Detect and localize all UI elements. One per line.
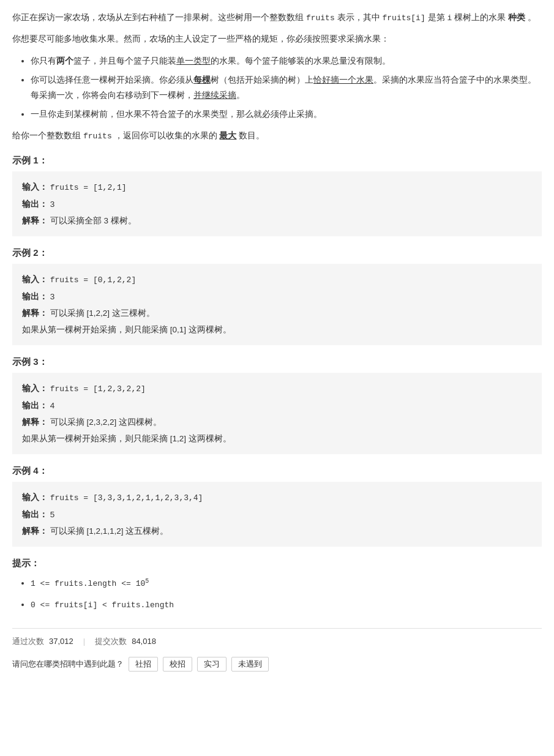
- rule1-text3: 的水果。每个篮子能够装的水果总量没有限制。: [211, 56, 391, 65]
- example-1-output: 输出： 3: [22, 196, 532, 212]
- example-1-explain: 解释： 可以采摘全部 3 棵树。: [22, 212, 532, 229]
- conclusion-paragraph: 给你一个整数数组 fruits ，返回你可以收集的水果的 最大 数目。: [12, 128, 542, 143]
- pass-label: 通过次数: [12, 636, 44, 647]
- example-3-output: 输出： 4: [22, 397, 532, 414]
- example-4-explain-label: 解释：: [22, 526, 48, 536]
- tag-btn-shezha[interactable]: 社招: [129, 657, 158, 672]
- tag-question: 请问您在哪类招聘中遇到此题？: [12, 659, 124, 670]
- rule2-text1: 你可以选择任意一棵树开始采摘。你必须从: [31, 75, 193, 84]
- submit-label: 提交次数: [95, 636, 127, 647]
- example-1-explain-text: 可以采摘全部 3 棵树。: [50, 216, 137, 225]
- example-3-explain-line2-text: 如果从第一棵树开始采摘，则只能采摘 [1,2] 这两棵树。: [22, 434, 231, 443]
- example-1-output-label: 输出：: [22, 200, 48, 209]
- intro-text-2: 表示，其中: [337, 12, 380, 22]
- example-1-input-code: fruits = [1,2,1]: [50, 183, 127, 192]
- example-4-input: 输入： fruits = [3,3,3,1,2,1,1,2,3,3,4]: [22, 489, 532, 506]
- rule2-underline2: 恰好摘一个水果: [313, 75, 373, 84]
- example-2-explain: 解释： 可以采摘 [1,2,2] 这三棵树。: [22, 305, 532, 321]
- example-3-explain: 解释： 可以采摘 [2,3,2,2] 这四棵树。: [22, 414, 532, 430]
- example-2-explain-line1: 可以采摘 [1,2,2] 这三棵树。: [50, 309, 155, 318]
- example-3-explain-label: 解释：: [22, 417, 48, 427]
- example-4-input-code: fruits = [3,3,3,1,2,1,1,2,3,3,4]: [50, 493, 203, 503]
- rule2-underline1: 每棵: [193, 75, 211, 84]
- example-2-input-label: 输入：: [22, 275, 48, 284]
- intro-text-5: 。: [528, 12, 536, 22]
- example-2-output-value: 3: [50, 292, 55, 301]
- rule2-underline3: 并继续采摘: [193, 90, 236, 100]
- rules-list: 你只有两个篮子，并且每个篮子只能装单一类型的水果。每个篮子能够装的水果总量没有限…: [31, 53, 542, 122]
- example-1-input: 输入： fruits = [1,2,1]: [22, 179, 532, 196]
- hint-2-code: 0 <= fruits[i] < fruits.length: [31, 601, 174, 610]
- goal-paragraph: 你想要尽可能多地收集水果。然而，农场的主人设定了一些严格的规矩，你必须按照要求采…: [12, 31, 542, 47]
- hints-title: 提示：: [12, 558, 542, 569]
- rule1-text2: 篮子，并且每个篮子只能装: [73, 56, 176, 65]
- example-2-box: 输入： fruits = [0,1,2,2] 输出： 3 解释： 可以采摘 [1…: [12, 264, 542, 345]
- example-2-output-label: 输出：: [22, 292, 48, 301]
- tag-btn-shixi[interactable]: 实习: [197, 657, 226, 672]
- submit-value: 84,018: [132, 637, 156, 646]
- intro-paragraph: 你正在探访一家农场，农场从左到右种植了一排果树。这些树用一个整数数组 fruit…: [12, 10, 542, 25]
- example-1-box: 输入： fruits = [1,2,1] 输出： 3 解释： 可以采摘全部 3 …: [12, 171, 542, 236]
- example-2-input: 输入： fruits = [0,1,2,2]: [22, 271, 532, 288]
- example-3-input-code: fruits = [1,2,3,2,2]: [50, 384, 146, 394]
- rule1-text1: 你只有: [31, 56, 56, 65]
- intro-text-3: 是第: [428, 12, 445, 22]
- rule2-text2: 树（包括开始采摘的树）上: [211, 75, 313, 84]
- example-2-explain-line2: 如果从第一棵树开始采摘，则只能采摘 [0,1] 这两棵树。: [22, 321, 532, 338]
- rule1-bold1: 两个: [56, 56, 73, 65]
- fruits-var-2: fruits: [83, 132, 112, 141]
- hints-list: 1 <= fruits.length <= 105 0 <= fruits[i]…: [31, 574, 542, 613]
- example-1-explain-label: 解释：: [22, 216, 48, 225]
- pass-value: 37,012: [49, 637, 73, 646]
- example-3-input-label: 输入：: [22, 384, 48, 393]
- example-4-explain: 解释： 可以采摘 [1,2,1,1,2] 这五棵树。: [22, 523, 532, 539]
- fruits-i-var: fruits[i]: [382, 13, 425, 23]
- example-3-explain-line1: 可以采摘 [2,3,2,2] 这四棵树。: [50, 417, 162, 427]
- conclusion-text-3: 数目。: [239, 130, 264, 140]
- example-1-title: 示例 1：: [12, 155, 542, 167]
- rule-2: 你可以选择任意一棵树开始采摘。你必须从每棵树（包括开始采摘的树）上恰好摘一个水果…: [31, 72, 542, 103]
- example-2-input-code: fruits = [0,1,2,2]: [50, 275, 136, 285]
- problem-description: 你正在探访一家农场，农场从左到右种植了一排果树。这些树用一个整数数组 fruit…: [12, 10, 542, 144]
- example-3-output-value: 4: [50, 401, 55, 410]
- example-4-output-label: 输出：: [22, 510, 48, 519]
- example-3-output-label: 输出：: [22, 401, 48, 410]
- stats-bar: 通过次数 37,012 | 提交次数 84,018: [12, 628, 542, 647]
- hint-1-code: 1 <= fruits.length <= 105: [31, 579, 149, 588]
- example-2-title: 示例 2：: [12, 247, 542, 259]
- rule2-text4: 。: [236, 90, 245, 100]
- intro-text-4: 棵树上的水果: [454, 12, 506, 22]
- tag-section: 请问您在哪类招聘中遇到此题？ 社招 校招 实习 未遇到: [12, 657, 542, 672]
- example-4-output: 输出： 5: [22, 506, 532, 523]
- example-2-explain-line2-text: 如果从第一棵树开始采摘，则只能采摘 [0,1] 这两棵树。: [22, 325, 231, 334]
- hint-item-2: 0 <= fruits[i] < fruits.length: [31, 596, 542, 613]
- example-4-input-label: 输入：: [22, 493, 48, 502]
- example-4-explain-text: 可以采摘 [1,2,1,1,2] 这五棵树。: [50, 526, 169, 536]
- example-2-explain-label: 解释：: [22, 309, 48, 318]
- fruits-var-1: fruits: [306, 13, 335, 23]
- rule1-underline1: 单一类型: [176, 56, 211, 65]
- hint-item-1: 1 <= fruits.length <= 105: [31, 574, 542, 592]
- conclusion-text-2: ，返回你可以收集的水果的: [114, 130, 217, 140]
- type-text: 种类: [508, 12, 525, 22]
- intro-text-1: 你正在探访一家农场，农场从左到右种植了一排果树。这些树用一个整数数组: [12, 12, 304, 22]
- example-3-box: 输入： fruits = [1,2,3,2,2] 输出： 4 解释： 可以采摘 …: [12, 373, 542, 454]
- example-4-box: 输入： fruits = [3,3,3,1,2,1,1,2,3,3,4] 输出：…: [12, 482, 542, 547]
- stats-divider: |: [83, 637, 85, 646]
- conclusion-text-1: 给你一个整数数组: [12, 130, 81, 140]
- hint-1-sup: 5: [145, 577, 149, 584]
- example-3-title: 示例 3：: [12, 356, 542, 368]
- example-2-output: 输出： 3: [22, 288, 532, 305]
- rule3-text: 一旦你走到某棵树前，但水果不符合篮子的水果类型，那么就必须停止采摘。: [31, 109, 322, 119]
- example-3-explain-line2: 如果从第一棵树开始采摘，则只能采摘 [1,2] 这两棵树。: [22, 430, 532, 447]
- i-var: i: [447, 13, 452, 23]
- rule-3: 一旦你走到某棵树前，但水果不符合篮子的水果类型，那么就必须停止采摘。: [31, 107, 542, 122]
- tag-btn-xiaozha[interactable]: 校招: [163, 657, 192, 672]
- example-1-input-label: 输入：: [22, 182, 48, 192]
- rule-1: 你只有两个篮子，并且每个篮子只能装单一类型的水果。每个篮子能够装的水果总量没有限…: [31, 53, 542, 69]
- example-4-title: 示例 4：: [12, 465, 542, 477]
- example-1-output-value: 3: [50, 200, 55, 209]
- hints-section: 提示： 1 <= fruits.length <= 105 0 <= fruit…: [12, 558, 542, 613]
- example-4-output-value: 5: [50, 510, 55, 519]
- tag-btn-weiyudao[interactable]: 未遇到: [231, 657, 269, 672]
